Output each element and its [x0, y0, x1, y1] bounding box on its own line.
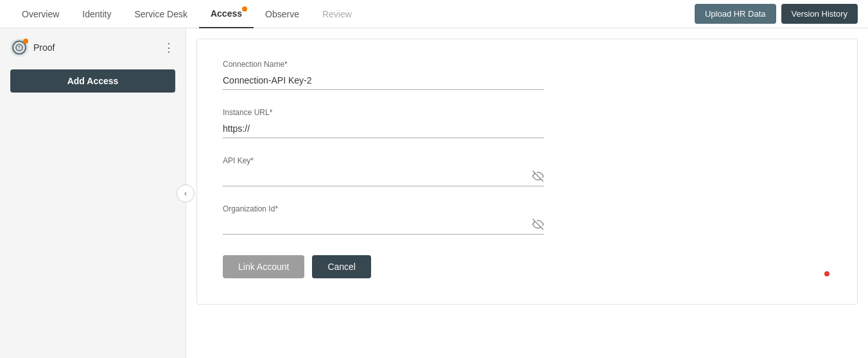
- access-badge: [242, 6, 247, 12]
- api-key-visibility-toggle-icon[interactable]: [532, 170, 544, 184]
- version-history-button[interactable]: Version History: [781, 4, 858, 24]
- collapse-sidebar-button[interactable]: ‹: [177, 184, 195, 202]
- proof-label: Proof: [33, 42, 55, 53]
- api-key-label: API Key*: [223, 156, 831, 165]
- org-id-label: Organization Id*: [223, 204, 831, 213]
- cancel-button[interactable]: Cancel: [312, 255, 371, 278]
- tab-service-desk[interactable]: Service Desk: [123, 0, 199, 28]
- proof-icon: [10, 39, 28, 57]
- nav-tabs: Overview Identity Service Desk Access Ob…: [10, 0, 363, 28]
- add-access-button[interactable]: Add Access: [10, 69, 175, 93]
- org-id-input-row: [223, 216, 544, 235]
- connection-name-label: Connection Name*: [223, 60, 831, 69]
- api-key-input[interactable]: [223, 168, 544, 186]
- instance-url-label: Instance URL*: [223, 108, 831, 117]
- org-id-input[interactable]: [223, 216, 544, 235]
- form-actions: Link Account Cancel: [223, 255, 831, 278]
- link-account-button[interactable]: Link Account: [223, 255, 304, 278]
- sidebar-header: Proof ⋮: [0, 28, 186, 62]
- tab-identity[interactable]: Identity: [71, 0, 123, 28]
- tab-overview[interactable]: Overview: [10, 0, 71, 28]
- connection-name-group: Connection Name*: [223, 60, 831, 90]
- proof-notification-dot: [23, 39, 28, 44]
- main-layout: Proof ⋮ Add Access ‹ Connection Name* In…: [0, 28, 868, 358]
- proof-row: Proof: [10, 39, 55, 57]
- nav-action-buttons: Upload HR Data Version History: [695, 4, 858, 24]
- instance-url-group: Instance URL*: [223, 108, 831, 138]
- org-id-group: Organization Id*: [223, 204, 831, 235]
- form-panel: Connection Name* Instance URL* API Key*: [196, 39, 858, 305]
- connection-name-input[interactable]: [223, 71, 544, 90]
- instance-url-input[interactable]: [223, 120, 544, 138]
- api-key-group: API Key*: [223, 156, 831, 186]
- more-options-icon[interactable]: ⋮: [163, 40, 175, 55]
- api-key-input-row: [223, 168, 544, 186]
- sidebar: Proof ⋮ Add Access ‹: [0, 28, 186, 358]
- tab-access[interactable]: Access: [199, 0, 254, 28]
- svg-point-2: [19, 49, 19, 49]
- status-indicator-dot: [824, 271, 829, 276]
- org-id-visibility-toggle-icon[interactable]: [532, 219, 544, 233]
- tab-review: Review: [311, 0, 363, 28]
- upload-hr-data-button[interactable]: Upload HR Data: [695, 4, 776, 24]
- top-navigation: Overview Identity Service Desk Access Ob…: [0, 0, 868, 28]
- content-area: Connection Name* Instance URL* API Key*: [186, 28, 868, 358]
- tab-observe[interactable]: Observe: [254, 0, 311, 28]
